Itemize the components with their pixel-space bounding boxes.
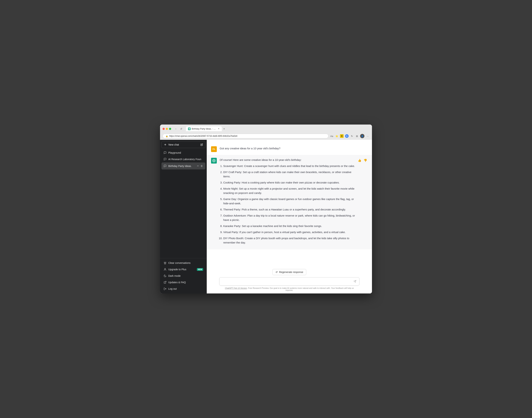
refresh-button[interactable]: ↺ [180, 127, 183, 131]
sidebar-item-ai-research[interactable]: AI Research Laboratory Foun [161, 156, 205, 163]
dark-mode-label: Dark mode [168, 274, 181, 277]
minimize-window-btn[interactable] [166, 128, 168, 130]
app-layout: New chat Playground [160, 140, 372, 293]
upgrade-to-plus-label: Upgrade to Plus [168, 268, 186, 271]
tab-favicon [188, 128, 191, 130]
svg-line-3 [165, 281, 166, 282]
chatgpt-version-link[interactable]: ChatGPT Feb 13 Version [225, 287, 247, 289]
clear-conversations-button[interactable]: Clear conversations [161, 260, 205, 266]
sidebar-item-birthday-party[interactable]: Birthday Party Ideas. ✏ 🗑 [161, 163, 205, 169]
chat-icon-3 [164, 165, 167, 167]
idea-item-8: Karaoke Party: Set up a karaoke machine … [223, 224, 355, 228]
sidebar-item-actions: ✏ 🗑 [197, 164, 203, 168]
chat-input-box[interactable] [219, 277, 359, 286]
sidebar-playground-label: Playground [168, 151, 203, 154]
chat-messages: CL Got any creative ideas for a 10 year … [207, 140, 372, 267]
clear-conversations-label: Clear conversations [168, 261, 191, 264]
extension-icon-r[interactable]: R [340, 134, 344, 138]
chat-footer: ChatGPT Feb 13 Version. Free Research Pr… [219, 286, 359, 293]
traffic-lights [163, 128, 171, 130]
new-chat-label: New chat [169, 143, 179, 146]
browser-nav: ← ↺ [174, 127, 183, 131]
reader-mode-icon[interactable]: Aa [330, 134, 334, 138]
back-button[interactable]: ← [174, 127, 178, 131]
send-icon [353, 280, 356, 283]
user-message-content: Got any creative ideas for a 10 year old… [220, 146, 360, 152]
assistant-message-row: Of course! Here are some creative ideas … [207, 155, 372, 249]
tab-close-button[interactable]: ✕ [218, 128, 220, 130]
sidebar-ai-research-label: AI Research Laboratory Foun [168, 158, 203, 161]
more-options-icon[interactable]: ··· [366, 134, 369, 138]
idea-item-4: Movie Night: Set up a movie night with a… [223, 186, 355, 195]
idea-item-3: Cooking Party: Host a cooking party wher… [223, 180, 355, 185]
idea-item-9: Virtual Party: If you can't gather in pe… [223, 230, 355, 234]
updates-faq-label: Updates & FAQ [168, 281, 186, 284]
sidebar-bottom: Clear conversations Upgrade to Plus NEW [160, 258, 207, 293]
extension-icon-g[interactable]: G [345, 134, 349, 138]
idea-item-1: Scavenger Hunt: Create a scavenger hunt … [223, 164, 355, 168]
browser-controls: ← ↺ Birthday Party Ideas. - https:// ✕ + [163, 126, 369, 131]
idea-item-10: DIY Photo Booth: Create a DIY photo boot… [223, 236, 355, 245]
regenerate-button[interactable]: ↺ Regenerate response [272, 269, 306, 275]
sidebar-birthday-label: Birthday Party Ideas. [168, 165, 195, 167]
delete-chat-button[interactable]: 🗑 [200, 164, 203, 168]
extension-icon-1[interactable]: ⭐ [335, 134, 339, 138]
user-avatar: CL [211, 146, 217, 152]
ideas-list: Scavenger Hunt: Create a scavenger hunt … [220, 164, 355, 245]
log-out-label: Log out [168, 287, 177, 290]
assistant-message-wrapper: Of course! Here are some creative ideas … [220, 158, 368, 246]
new-chat-button[interactable]: New chat [161, 141, 205, 148]
browser-window: ← ↺ Birthday Party Ideas. - https:// ✕ +… [160, 125, 372, 293]
sidebar-top: New chat Playground [160, 140, 207, 258]
split-view-icon[interactable]: ⊞ [355, 134, 359, 138]
url-display: https://chat.openai.com/chat/e3b32687-57… [169, 135, 326, 137]
idea-item-2: DIY Craft Party: Set up a craft station … [223, 170, 355, 179]
trash-icon [164, 261, 167, 264]
new-badge: NEW [197, 268, 203, 271]
sidebar-item-playground[interactable]: Playground [161, 150, 205, 156]
thumbs-down-button[interactable]: 👎 [363, 158, 368, 163]
close-window-btn[interactable] [163, 128, 165, 130]
omnibar-row: 🔒 https://chat.openai.com/chat/e3b32687-… [163, 133, 369, 140]
new-tab-button[interactable]: + [222, 127, 226, 131]
user-icon [164, 268, 167, 271]
assistant-intro: Of course! Here are some creative ideas … [220, 158, 355, 162]
message-actions: 👍 👎 [357, 158, 368, 163]
updates-faq-button[interactable]: Updates & FAQ [161, 279, 205, 286]
thumbs-up-button[interactable]: 👍 [357, 158, 362, 163]
footer-text: . Free Research Preview. Our goal is to … [247, 287, 354, 291]
chat-input-area: ↺ Regenerate response [207, 267, 372, 286]
upgrade-to-plus-button[interactable]: Upgrade to Plus NEW [161, 266, 205, 273]
edit-chat-button[interactable]: ✏ [197, 164, 199, 168]
chat-icon-2 [164, 158, 167, 161]
chat-input-field[interactable] [222, 279, 353, 284]
assistant-avatar [211, 158, 217, 163]
sync-icon[interactable]: ↻ [350, 134, 354, 138]
profile-icon[interactable]: 👤 [360, 134, 364, 138]
browser-chrome: ← ↺ Birthday Party Ideas. - https:// ✕ +… [160, 125, 372, 140]
toolbar-icons: Aa ⭐ R G ↻ ⊞ 👤 ··· [330, 134, 369, 138]
openai-logo [212, 159, 215, 162]
regenerate-icon: ↺ [275, 271, 278, 274]
sidebar: New chat Playground [160, 140, 207, 293]
regenerate-label: Regenerate response [279, 271, 303, 274]
chat-icon [164, 151, 167, 154]
idea-item-7: Outdoor Adventure: Plan a day trip to a … [223, 213, 355, 222]
omnibar[interactable]: 🔒 https://chat.openai.com/chat/e3b32687-… [163, 134, 328, 138]
tab-title: Birthday Party Ideas. - https:// [192, 128, 217, 130]
dark-mode-button[interactable]: Dark mode [161, 273, 205, 279]
log-out-button[interactable]: Log out [161, 286, 205, 292]
idea-item-6: Themed Party: Pick a theme, such as a Ha… [223, 207, 355, 212]
idea-item-5: Game Day: Organize a game day with class… [223, 197, 355, 206]
lock-icon: 🔒 [166, 135, 168, 137]
moon-icon [164, 274, 167, 277]
plus-icon [164, 143, 167, 146]
user-message-row: CL Got any creative ideas for a 10 year … [207, 143, 372, 155]
maximize-window-btn[interactable] [169, 128, 171, 130]
chat-submit-button[interactable] [353, 280, 357, 283]
main-content: CL Got any creative ideas for a 10 year … [207, 140, 372, 293]
active-tab[interactable]: Birthday Party Ideas. - https:// ✕ [186, 126, 222, 131]
logout-icon [164, 287, 167, 290]
external-link-icon [164, 281, 167, 284]
edit-icon [200, 143, 203, 146]
